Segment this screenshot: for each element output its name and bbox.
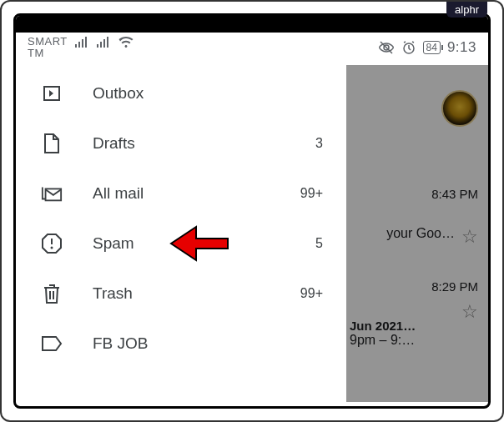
trash-icon — [41, 283, 63, 304]
drawer-item-spam[interactable]: Spam 5 — [16, 219, 346, 269]
carrier-line1: SMART — [28, 36, 68, 48]
carrier-line2: TM — [28, 48, 68, 59]
phone-screen: SMART TM 84 — [13, 13, 491, 409]
status-left: SMART TM — [28, 36, 134, 60]
drawer-label: All mail — [93, 184, 300, 203]
annotation-arrow-icon — [169, 224, 229, 264]
brand-watermark: alphr — [446, 2, 487, 18]
spam-icon — [41, 233, 63, 254]
drawer-count: 99+ — [300, 286, 323, 301]
drawer-label: Trash — [93, 284, 300, 303]
drawer-count: 99+ — [300, 186, 323, 201]
drawer-label: Drafts — [93, 134, 315, 153]
all-mail-icon — [41, 183, 63, 204]
label-icon — [41, 333, 63, 354]
wifi-icon — [118, 36, 134, 49]
drawer-item-fb-job[interactable]: FB JOB — [16, 319, 346, 369]
drawer-item-drafts[interactable]: Drafts 3 — [16, 118, 346, 168]
signal-icon — [74, 36, 89, 49]
navigation-drawer: Outbox Drafts 3 All mail 99+ — [16, 65, 346, 402]
notch-bar — [16, 16, 488, 33]
drawer-item-all-mail[interactable]: All mail 99+ — [16, 168, 346, 219]
outbox-icon — [41, 83, 63, 104]
carrier-label: SMART TM — [28, 36, 68, 60]
clock: 9:13 — [447, 39, 476, 56]
drafts-icon — [41, 133, 63, 154]
eye-off-icon — [378, 41, 395, 54]
svg-point-5 — [51, 246, 53, 249]
content-area: 8:43 PM your Goo… ☆ 8:29 PM Jun 2021… 9p… — [16, 65, 488, 402]
scrim-overlay[interactable] — [346, 65, 488, 402]
status-right: 84 9:13 — [378, 39, 476, 56]
drawer-label: FB JOB — [93, 334, 323, 353]
drawer-label: Outbox — [93, 84, 323, 103]
battery-indicator: 84 — [423, 41, 441, 54]
signal-icon — [96, 36, 111, 49]
drawer-item-trash[interactable]: Trash 99+ — [16, 269, 346, 319]
screenshot-frame: alphr SMART TM — [0, 0, 504, 422]
drawer-count: 3 — [315, 136, 323, 151]
alarm-icon — [401, 40, 416, 55]
drawer-item-outbox[interactable]: Outbox — [16, 68, 346, 118]
status-bar: SMART TM 84 — [16, 33, 488, 65]
drawer-count: 5 — [315, 236, 323, 251]
